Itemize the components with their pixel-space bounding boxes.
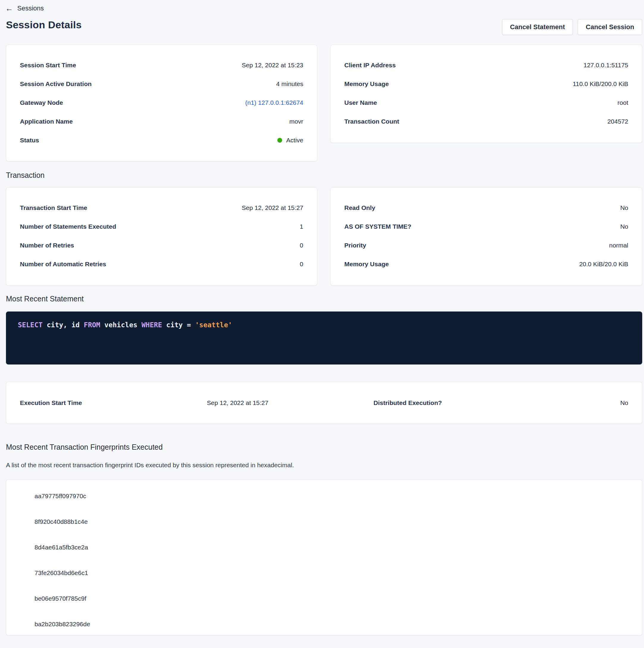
detail-row: Memory Usage 20.0 KiB/20.0 KiB — [344, 255, 628, 273]
detail-row: Status Active — [20, 131, 303, 150]
detail-row: Number of Retries 0 — [20, 236, 303, 255]
detail-row: Transaction Count 204572 — [344, 112, 628, 131]
statements-executed-label: Number of Statements Executed — [20, 223, 116, 230]
as-of-system-time-label: AS OF SYSTEM TIME? — [344, 223, 411, 230]
transaction-start-time-value: Sep 12, 2022 at 15:27 — [242, 204, 303, 211]
gateway-node-label: Gateway Node — [20, 99, 63, 106]
execution-start-time-label: Execution Start Time — [20, 399, 207, 407]
transaction-props-card: Read Only No AS OF SYSTEM TIME? No Prior… — [330, 187, 642, 285]
execution-start-time-value: Sep 12, 2022 at 15:27 — [207, 399, 373, 407]
detail-row: Gateway Node (n1) 127.0.0.1:62674 — [20, 93, 303, 112]
transaction-stats-card: Transaction Start Time Sep 12, 2022 at 1… — [6, 187, 317, 285]
read-only-label: Read Only — [344, 204, 375, 211]
sql-text: city = — [162, 321, 195, 329]
detail-row: Application Name movr — [20, 112, 303, 131]
execution-info-card: Execution Start Time Sep 12, 2022 at 15:… — [6, 382, 642, 424]
detail-row: Transaction Start Time Sep 12, 2022 at 1… — [20, 198, 303, 217]
client-info-card: Client IP Address 127.0.0.1:51175 Memory… — [330, 45, 642, 143]
fingerprint-item: 8f920c40d88b1c4e — [35, 509, 642, 535]
session-active-duration-label: Session Active Duration — [20, 80, 92, 88]
sql-text: vehicles — [100, 321, 141, 329]
sql-statement-block: SELECT city, id FROM vehicles WHERE city… — [6, 312, 642, 365]
statement-section-title: Most Recent Statement — [6, 294, 642, 303]
transaction-start-time-label: Transaction Start Time — [20, 204, 87, 211]
transaction-count-value: 204572 — [607, 118, 628, 125]
sql-text: city, id — [43, 321, 83, 329]
detail-row: Read Only No — [344, 198, 628, 217]
fingerprint-item: 8d4ae61a5fb3ce2a — [35, 535, 642, 560]
user-name-label: User Name — [344, 99, 377, 106]
fingerprint-item: aa79775ff097970c — [35, 483, 642, 509]
fingerprints-description: A list of the most recent transaction fi… — [6, 462, 642, 469]
detail-row: Number of Automatic Retries 0 — [20, 255, 303, 273]
gateway-node-link[interactable]: (n1) 127.0.0.1:62674 — [245, 99, 303, 106]
automatic-retries-label: Number of Automatic Retries — [20, 261, 106, 268]
fingerprints-section-title: Most Recent Transaction Fingerprints Exe… — [6, 443, 642, 451]
status-badge: Active — [277, 137, 303, 144]
txn-memory-usage-value: 20.0 KiB/20.0 KiB — [579, 261, 628, 268]
sql-statement-code: SELECT city, id FROM vehicles WHERE city… — [18, 321, 232, 329]
read-only-value: No — [620, 204, 628, 211]
detail-row: Priority normal — [344, 236, 628, 255]
priority-label: Priority — [344, 242, 366, 249]
status-value: Active — [286, 137, 303, 144]
sql-keyword: SELECT — [18, 321, 43, 329]
client-ip-label: Client IP Address — [344, 62, 396, 69]
fingerprint-item: be06e9570f785c9f — [35, 586, 642, 611]
memory-usage-label: Memory Usage — [344, 80, 389, 88]
fingerprint-item: 73fe26034bd6e6c1 — [35, 560, 642, 586]
session-start-time-label: Session Start Time — [20, 62, 76, 69]
detail-row: Memory Usage 110.0 KiB/200.0 KiB — [344, 74, 628, 93]
distributed-execution-label: Distributed Execution? — [373, 399, 442, 407]
memory-usage-value: 110.0 KiB/200.0 KiB — [573, 80, 628, 88]
fingerprints-card: aa79775ff097970c 8f920c40d88b1c4e 8d4ae6… — [6, 479, 642, 636]
transaction-section-title: Transaction — [6, 171, 642, 179]
retries-value: 0 — [300, 242, 303, 249]
detail-row: Number of Statements Executed 1 — [20, 217, 303, 236]
transaction-count-label: Transaction Count — [344, 118, 399, 125]
detail-row: Client IP Address 127.0.0.1:51175 — [344, 56, 628, 74]
back-to-sessions-link[interactable]: ← Sessions — [0, 0, 644, 13]
status-active-dot-icon — [277, 138, 282, 143]
session-info-card: Session Start Time Sep 12, 2022 at 15:23… — [6, 45, 317, 161]
detail-row: Session Start Time Sep 12, 2022 at 15:23 — [20, 56, 303, 74]
detail-row: User Name root — [344, 93, 628, 112]
statements-executed-value: 1 — [300, 223, 303, 230]
session-active-duration-value: 4 minutes — [276, 80, 303, 88]
detail-row: Session Active Duration 4 minutes — [20, 74, 303, 93]
user-name-value: root — [618, 99, 628, 106]
distributed-execution-value: No — [442, 399, 628, 407]
retries-label: Number of Retries — [20, 242, 74, 249]
detail-row: AS OF SYSTEM TIME? No — [344, 217, 628, 236]
cancel-session-button[interactable]: Cancel Session — [578, 19, 642, 35]
client-ip-value: 127.0.0.1:51175 — [584, 62, 628, 69]
automatic-retries-value: 0 — [300, 261, 303, 268]
priority-value: normal — [609, 242, 628, 249]
status-label: Status — [20, 137, 39, 144]
fingerprint-item: ba2b203b823296de — [35, 611, 642, 637]
sql-keyword: FROM — [84, 321, 100, 329]
as-of-system-time-value: No — [620, 223, 628, 230]
sql-string-literal: 'seattle' — [195, 321, 232, 329]
application-name-value: movr — [289, 118, 303, 125]
back-arrow-icon: ← — [5, 4, 13, 12]
sql-keyword: WHERE — [141, 321, 162, 329]
cancel-statement-button[interactable]: Cancel Statement — [502, 19, 573, 35]
txn-memory-usage-label: Memory Usage — [344, 261, 389, 268]
back-link-label: Sessions — [17, 4, 44, 12]
session-start-time-value: Sep 12, 2022 at 15:23 — [242, 62, 303, 69]
session-details-page: ← Sessions Session Details Cancel Statem… — [0, 0, 644, 636]
page-title: Session Details — [6, 19, 81, 31]
application-name-label: Application Name — [20, 118, 73, 125]
